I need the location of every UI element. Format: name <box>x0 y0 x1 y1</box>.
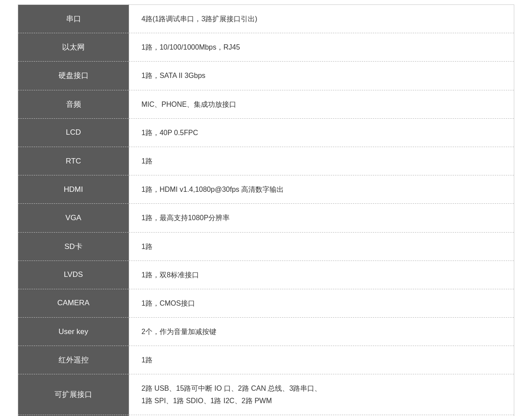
table-row: HDMI1路，HDMI v1.4,1080p@30fps 高清数字输出 <box>18 175 514 204</box>
row-label: HDMI <box>18 175 129 204</box>
row-label: 红外遥控 <box>18 346 129 374</box>
row-value: 1路，40P 0.5FPC <box>129 118 514 147</box>
row-value: 2路 USB、15路可中断 IO 口、2路 CAN 总线、3路串口、1路 SPI… <box>129 374 514 415</box>
row-value: 4路(1路调试串口，3路扩展接口引出) <box>129 5 514 33</box>
row-value: 1路，10/100/1000Mbps，RJ45 <box>129 33 514 62</box>
spec-table: 串口4路(1路调试串口，3路扩展接口引出)以太网1路，10/100/1000Mb… <box>18 4 514 416</box>
table-row: RTC1路 <box>18 147 514 175</box>
row-label: 串口 <box>18 5 129 33</box>
table-row: User key2个，作为音量加减按键 <box>18 318 514 346</box>
table-row: 可扩展接口2路 USB、15路可中断 IO 口、2路 CAN 总线、3路串口、1… <box>18 374 514 415</box>
table-row: 串口4路(1路调试串口，3路扩展接口引出) <box>18 5 514 33</box>
table-row: 硬盘接口1路，SATA II 3Gbps <box>18 62 514 90</box>
row-value: 1路 <box>129 346 514 374</box>
row-label: LCD <box>18 118 129 147</box>
row-label: SD卡 <box>18 232 129 260</box>
table-row: 音频MIC、PHONE、集成功放接口 <box>18 90 514 118</box>
row-label: VGA <box>18 204 129 232</box>
row-label: CAMERA <box>18 289 129 317</box>
table-row: 以太网1路，10/100/1000Mbps，RJ45 <box>18 33 514 62</box>
row-value: 1路 <box>129 232 514 260</box>
table-row: LVDS1路，双8标准接口 <box>18 260 514 289</box>
row-label: 以太网 <box>18 33 129 62</box>
row-label: RTC <box>18 147 129 175</box>
row-value: 1路 <box>129 147 514 175</box>
row-label: 硬盘接口 <box>18 62 129 90</box>
row-value: 1路，双8标准接口 <box>129 260 514 289</box>
row-value: MIC、PHONE、集成功放接口 <box>129 90 514 118</box>
table-row: 红外遥控1路 <box>18 346 514 374</box>
table-row: CAMERA1路，CMOS接口 <box>18 289 514 317</box>
table-row: LCD1路，40P 0.5FPC <box>18 118 514 147</box>
row-label: 音频 <box>18 90 129 118</box>
row-value: 1路，SATA II 3Gbps <box>129 62 514 90</box>
row-label: 可扩展接口 <box>18 374 129 415</box>
row-label: LVDS <box>18 260 129 289</box>
row-value: 1路，HDMI v1.4,1080p@30fps 高清数字输出 <box>129 175 514 204</box>
row-value: 2个，作为音量加减按键 <box>129 318 514 346</box>
table-row: VGA1路，最高支持1080P分辨率 <box>18 204 514 232</box>
table-row: SD卡1路 <box>18 232 514 260</box>
row-label: User key <box>18 318 129 346</box>
row-value: 1路，CMOS接口 <box>129 289 514 317</box>
row-value: 1路，最高支持1080P分辨率 <box>129 204 514 232</box>
